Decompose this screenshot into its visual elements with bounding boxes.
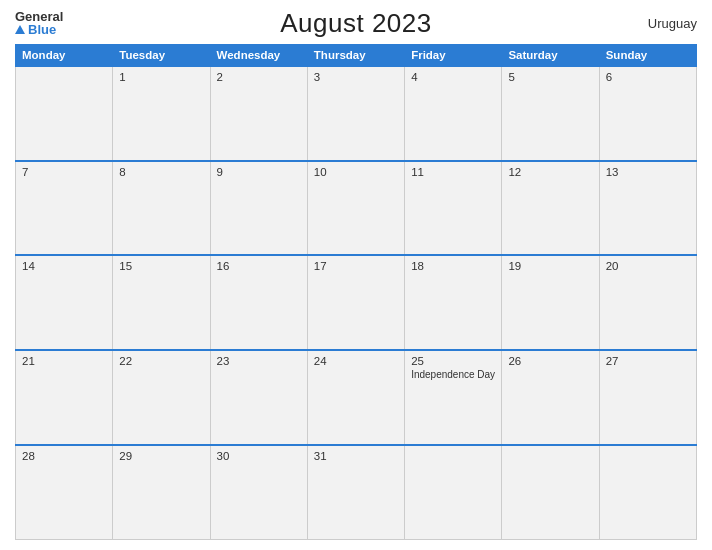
logo: General Blue [15, 10, 63, 36]
calendar-cell [502, 445, 599, 540]
calendar-title: August 2023 [280, 8, 432, 39]
calendar-cell: 7 [16, 161, 113, 256]
calendar-week-row: 123456 [16, 66, 697, 161]
calendar-cell: 30 [210, 445, 307, 540]
day-number: 5 [508, 71, 592, 83]
calendar-cell: 8 [113, 161, 210, 256]
calendar-cell: 21 [16, 350, 113, 445]
day-number: 1 [119, 71, 203, 83]
calendar-cell: 16 [210, 255, 307, 350]
calendar-cell: 11 [405, 161, 502, 256]
calendar-cell: 20 [599, 255, 696, 350]
day-number: 9 [217, 166, 301, 178]
calendar-cell: 29 [113, 445, 210, 540]
calendar-cell: 25Independence Day [405, 350, 502, 445]
calendar-cell: 23 [210, 350, 307, 445]
day-number: 15 [119, 260, 203, 272]
calendar-week-row: 78910111213 [16, 161, 697, 256]
logo-blue-text: Blue [15, 23, 56, 36]
calendar-header-row: Monday Tuesday Wednesday Thursday Friday… [16, 45, 697, 67]
day-number: 21 [22, 355, 106, 367]
logo-triangle-icon [15, 25, 25, 34]
day-number: 14 [22, 260, 106, 272]
day-number: 27 [606, 355, 690, 367]
col-tuesday: Tuesday [113, 45, 210, 67]
calendar-cell: 19 [502, 255, 599, 350]
day-number: 28 [22, 450, 106, 462]
holiday-name: Independence Day [411, 369, 495, 380]
calendar-cell: 9 [210, 161, 307, 256]
calendar-page: General Blue August 2023 Uruguay Monday … [0, 0, 712, 550]
day-number: 3 [314, 71, 398, 83]
day-number: 26 [508, 355, 592, 367]
day-number: 20 [606, 260, 690, 272]
calendar-header: General Blue August 2023 Uruguay [15, 10, 697, 36]
col-thursday: Thursday [307, 45, 404, 67]
calendar-cell: 28 [16, 445, 113, 540]
day-number: 11 [411, 166, 495, 178]
calendar-cell: 3 [307, 66, 404, 161]
day-number: 8 [119, 166, 203, 178]
calendar-cell: 2 [210, 66, 307, 161]
calendar-cell [599, 445, 696, 540]
calendar-cell: 12 [502, 161, 599, 256]
calendar-cell: 27 [599, 350, 696, 445]
calendar-cell: 13 [599, 161, 696, 256]
calendar-cell: 10 [307, 161, 404, 256]
calendar-cell: 24 [307, 350, 404, 445]
calendar-week-row: 28293031 [16, 445, 697, 540]
col-monday: Monday [16, 45, 113, 67]
day-number: 30 [217, 450, 301, 462]
day-number: 18 [411, 260, 495, 272]
day-number: 16 [217, 260, 301, 272]
calendar-week-row: 2122232425Independence Day2627 [16, 350, 697, 445]
day-number: 7 [22, 166, 106, 178]
calendar-cell [16, 66, 113, 161]
day-number: 23 [217, 355, 301, 367]
calendar-week-row: 14151617181920 [16, 255, 697, 350]
calendar-cell: 5 [502, 66, 599, 161]
country-label: Uruguay [648, 16, 697, 31]
calendar-cell: 26 [502, 350, 599, 445]
col-sunday: Sunday [599, 45, 696, 67]
day-number: 25 [411, 355, 495, 367]
day-number: 29 [119, 450, 203, 462]
calendar-cell: 18 [405, 255, 502, 350]
calendar-cell [405, 445, 502, 540]
day-number: 19 [508, 260, 592, 272]
calendar-cell: 31 [307, 445, 404, 540]
day-number: 17 [314, 260, 398, 272]
calendar-cell: 4 [405, 66, 502, 161]
day-number: 10 [314, 166, 398, 178]
calendar-cell: 22 [113, 350, 210, 445]
day-number: 31 [314, 450, 398, 462]
calendar-cell: 15 [113, 255, 210, 350]
day-number: 12 [508, 166, 592, 178]
calendar-table: Monday Tuesday Wednesday Thursday Friday… [15, 44, 697, 540]
calendar-cell: 1 [113, 66, 210, 161]
calendar-body: 1234567891011121314151617181920212223242… [16, 66, 697, 540]
calendar-cell: 6 [599, 66, 696, 161]
calendar-cell: 14 [16, 255, 113, 350]
day-number: 2 [217, 71, 301, 83]
col-friday: Friday [405, 45, 502, 67]
day-number: 13 [606, 166, 690, 178]
col-wednesday: Wednesday [210, 45, 307, 67]
day-number: 4 [411, 71, 495, 83]
col-saturday: Saturday [502, 45, 599, 67]
day-number: 22 [119, 355, 203, 367]
calendar-cell: 17 [307, 255, 404, 350]
day-number: 24 [314, 355, 398, 367]
day-number: 6 [606, 71, 690, 83]
